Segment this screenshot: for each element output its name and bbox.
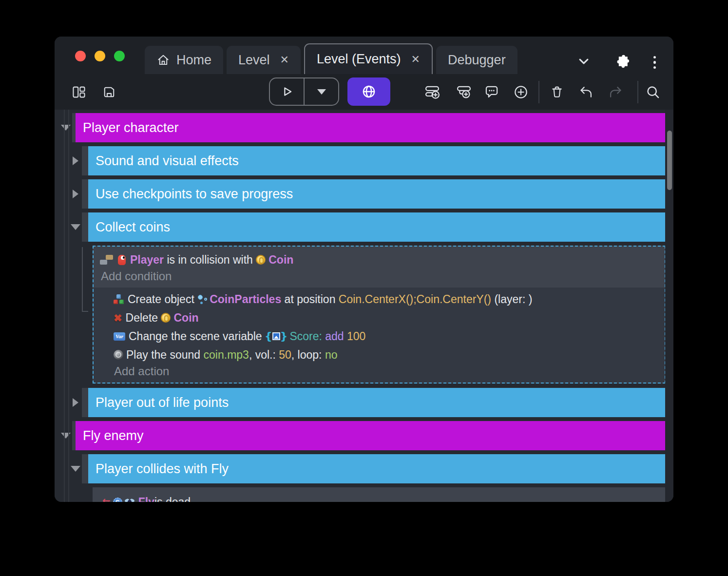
event-text: is in collision with [164, 253, 256, 267]
tab-label: Level (Events) [317, 52, 401, 67]
minimize-window-button[interactable] [95, 51, 105, 61]
chevron-down-icon[interactable] [575, 53, 592, 72]
add-action-button[interactable]: Add action [114, 364, 660, 383]
event-text: (layer: ) [491, 293, 532, 306]
event-group-row: Fly enemy [55, 421, 665, 450]
action-row[interactable]: Play the sound coin.mp3, vol.: 50, loop:… [114, 346, 660, 364]
collapse-arrow-icon[interactable] [59, 125, 72, 131]
swap-icon: ⇆ [102, 497, 111, 502]
group-label: Sound and visual effects [96, 154, 239, 169]
search-icon[interactable] [645, 84, 661, 100]
group-drag-handle[interactable] [72, 113, 76, 142]
app-window: Home Level ✕ Level (Events) ✕ Debugger [55, 37, 673, 502]
tab-level[interactable]: Level ✕ [227, 46, 301, 74]
event-block-selected[interactable]: Player is in collision with CoinAdd cond… [93, 246, 666, 384]
event-text: Fly [138, 496, 154, 502]
close-window-button[interactable] [75, 51, 86, 61]
add-event-icon[interactable] [424, 84, 440, 100]
condition-row[interactable]: ⇆GFly is dead [93, 487, 666, 502]
conditions-zone[interactable]: Player is in collision with CoinAdd cond… [94, 247, 665, 288]
collapse-arrow-icon[interactable] [69, 466, 82, 472]
expand-arrow-icon[interactable] [69, 156, 82, 165]
more-menu-icon[interactable] [651, 55, 659, 70]
group-bar[interactable]: Fly enemy [76, 421, 665, 450]
group-drag-handle[interactable] [82, 212, 88, 242]
scrollbar-track[interactable] [665, 110, 673, 502]
action-row[interactable]: Create object CoinParticles at position … [114, 290, 660, 308]
var-icon: Var [114, 332, 125, 341]
titlebar-controls [575, 53, 659, 72]
event-text: no [325, 348, 338, 362]
tab-debugger[interactable]: Debugger [436, 46, 517, 74]
event-sheet[interactable]: Player characterSound and visual effects… [55, 110, 673, 502]
collapse-arrow-icon[interactable] [59, 433, 72, 439]
group-bar[interactable]: Sound and visual effects [88, 146, 665, 175]
undo-icon[interactable] [578, 84, 594, 100]
group-drag-handle[interactable] [82, 146, 88, 175]
scene-var-icon: {} [265, 331, 287, 342]
add-comment-icon[interactable] [484, 84, 499, 100]
coin-icon [256, 255, 266, 265]
zoom-window-button[interactable] [114, 51, 125, 61]
group-bar[interactable]: Use checkpoints to save progress [88, 179, 665, 209]
event-text: CoinParticles [210, 293, 281, 306]
delete-x-icon: ✖ [114, 313, 122, 323]
event-text: Coin.CenterX();Coin.CenterY() [339, 293, 491, 306]
add-more-icon[interactable] [513, 84, 529, 100]
condition-row[interactable]: Player is in collision with Coin [100, 250, 660, 269]
expand-arrow-icon[interactable] [69, 398, 82, 407]
event-text: coin.mp3 [204, 348, 249, 362]
group-bar[interactable]: Collect coins [88, 212, 665, 242]
save-icon[interactable] [101, 84, 117, 100]
action-row[interactable]: VarChange the scene variable {}Score: ad… [114, 327, 660, 346]
group-drag-handle[interactable] [82, 388, 88, 417]
expand-arrow-icon[interactable] [69, 190, 82, 198]
group-drag-handle[interactable] [72, 421, 76, 450]
gutter-line [64, 110, 65, 502]
title-bar: Home Level ✕ Level (Events) ✕ Debugger [55, 37, 673, 74]
sound-icon [114, 350, 123, 360]
home-icon [156, 53, 170, 67]
group-bar[interactable]: Player out of life points [88, 388, 665, 417]
tab-label: Home [176, 53, 211, 68]
group-bar[interactable]: Player collides with Fly [88, 454, 665, 483]
event-text: is dead [154, 496, 191, 502]
group-bar[interactable]: Player character [76, 113, 665, 142]
add-condition-button[interactable]: Add condition [100, 269, 660, 288]
tab-label: Level [238, 53, 270, 68]
event-text: add [325, 330, 344, 343]
event-text: Player [130, 253, 164, 267]
divider [538, 81, 539, 103]
event-text: at position [281, 293, 339, 306]
tab-level-events[interactable]: Level (Events) ✕ [304, 43, 433, 74]
redo-icon[interactable] [608, 84, 623, 100]
add-subevent-icon[interactable] [456, 84, 472, 100]
toggle-panels-icon[interactable] [71, 84, 87, 100]
preview-options-button[interactable] [305, 78, 338, 105]
toolbar [55, 74, 673, 110]
web-preview-button[interactable] [347, 77, 390, 106]
delete-icon[interactable] [549, 84, 565, 100]
event-group-row: Player out of life points [55, 388, 665, 417]
actions-zone[interactable]: Create object CoinParticles at position … [94, 288, 665, 383]
tab-home[interactable]: Home [145, 46, 223, 74]
event-text: Change the scene variable [129, 330, 265, 343]
action-row[interactable]: ✖Delete Coin [114, 308, 660, 327]
event-text: 100 [347, 330, 365, 343]
extensions-puzzle-icon[interactable] [613, 54, 629, 71]
event-group-row: Player collides with Fly [55, 454, 665, 483]
close-tab-icon[interactable]: ✕ [280, 54, 289, 66]
group-label: Player collides with Fly [96, 461, 229, 477]
event-text: Delete [126, 311, 161, 325]
divider [637, 81, 638, 103]
tab-strip: Home Level ✕ Level (Events) ✕ Debugger [145, 43, 521, 74]
group-label: Use checkpoints to save progress [96, 187, 293, 202]
event-group-row: Use checkpoints to save progress [55, 179, 665, 209]
group-drag-handle[interactable] [82, 179, 88, 209]
scrollbar-thumb[interactable] [667, 131, 672, 190]
close-tab-icon[interactable]: ✕ [411, 53, 420, 66]
event-group-row: Collect coins [55, 212, 665, 242]
group-drag-handle[interactable] [82, 454, 88, 483]
play-preview-button[interactable] [270, 78, 304, 105]
collapse-arrow-icon[interactable] [69, 224, 82, 230]
